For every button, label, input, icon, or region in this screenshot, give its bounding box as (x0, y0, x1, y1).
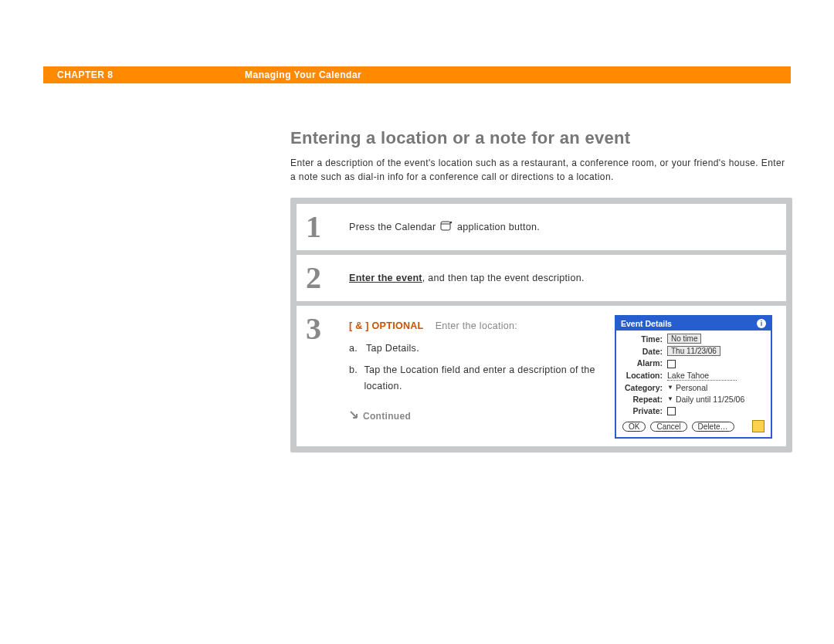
info-icon[interactable]: i (757, 319, 766, 328)
category-value: Personal (676, 383, 707, 392)
substep-b-label: b. (349, 362, 364, 395)
category-label: Category: (622, 383, 663, 392)
category-dropdown[interactable]: ▼Personal (667, 383, 764, 392)
step-3-lead: Enter the location: (436, 320, 517, 331)
cancel-button[interactable]: Cancel (650, 422, 687, 432)
alarm-checkbox[interactable] (667, 360, 676, 368)
dialog-title-text: Event Details (621, 319, 672, 328)
repeat-dropdown[interactable]: ▼Daily until 11/25/06 (667, 395, 764, 404)
row-date: Date: Thu 11/23/06 (622, 346, 764, 356)
substep-b-text: Tap the Location field and enter a descr… (364, 362, 604, 395)
event-details-dialog: Event Details i Time: No time Date: Thu … (615, 315, 772, 439)
step-3-number: 3 (306, 314, 349, 344)
steps-container: 1 Press the Calendar application button.… (290, 198, 792, 452)
substep-a-label: a. (349, 341, 366, 357)
row-repeat: Repeat: ▼Daily until 11/25/06 (622, 395, 764, 404)
repeat-value: Daily until 11/25/06 (676, 395, 744, 404)
location-label: Location: (622, 371, 663, 380)
enter-event-link[interactable]: Enter the event (349, 273, 422, 283)
continued-arrow-icon (349, 408, 358, 424)
header-bar: CHAPTER 8 Managing Your Calendar (43, 66, 791, 83)
substep-b: b.Tap the Location field and enter a des… (349, 362, 604, 395)
step-1-pre: Press the Calendar (349, 222, 439, 232)
step-2-body: Enter the event, and then tap the event … (349, 263, 772, 286)
step-3-text: [ & ] OPTIONAL Enter the location: a.Tap… (349, 314, 604, 439)
time-label: Time: (622, 334, 663, 344)
svg-point-2 (450, 222, 452, 223)
row-alarm: Alarm: (622, 358, 764, 368)
step-1: 1 Press the Calendar application button. (297, 204, 786, 250)
step-1-body: Press the Calendar application button. (349, 212, 772, 236)
row-time: Time: No time (622, 334, 764, 344)
dialog-buttons: OK Cancel Delete… (622, 420, 764, 432)
step-2-number: 2 (306, 263, 349, 293)
private-label: Private: (622, 406, 663, 415)
row-location: Location: Lake Tahoe (622, 371, 764, 381)
step-1-number: 1 (306, 212, 349, 242)
row-private: Private: (622, 406, 764, 416)
continued-text: Continued (363, 411, 411, 422)
substep-a: a.Tap Details. (349, 341, 604, 357)
delete-button[interactable]: Delete… (692, 422, 734, 432)
svg-rect-0 (441, 222, 450, 230)
substep-a-text: Tap Details. (366, 341, 419, 357)
chevron-down-icon: ▼ (667, 395, 673, 402)
optional-label: [ & ] OPTIONAL (349, 320, 424, 331)
row-category: Category: ▼Personal (622, 383, 764, 392)
private-checkbox[interactable] (667, 407, 676, 415)
step-3: 3 [ & ] OPTIONAL Enter the location: a.T… (297, 306, 786, 446)
calendar-icon (440, 220, 453, 236)
dialog-titlebar: Event Details i (616, 317, 771, 330)
page: CHAPTER 8 Managing Your Calendar Enterin… (0, 66, 834, 644)
ok-button[interactable]: OK (622, 422, 646, 432)
header-title: Managing Your Calendar (245, 69, 361, 80)
chapter-label: CHAPTER 8 (43, 69, 245, 80)
location-field[interactable]: Lake Tahoe (667, 371, 737, 381)
main-content: Entering a location or a note for an eve… (290, 128, 792, 452)
note-icon[interactable] (752, 420, 764, 432)
intro-text: Enter a description of the event's locat… (290, 156, 792, 184)
alarm-label: Alarm: (622, 358, 663, 368)
date-label: Date: (622, 347, 663, 356)
step-2: 2 Enter the event, and then tap the even… (297, 255, 786, 301)
chevron-down-icon: ▼ (667, 384, 673, 391)
time-value[interactable]: No time (667, 334, 701, 344)
repeat-label: Repeat: (622, 395, 663, 404)
page-heading: Entering a location or a note for an eve… (290, 128, 792, 148)
date-value[interactable]: Thu 11/23/06 (667, 346, 720, 356)
step-1-post: application button. (457, 222, 540, 232)
step-2-rest: , and then tap the event description. (422, 273, 585, 283)
continued-label: Continued (349, 408, 604, 424)
